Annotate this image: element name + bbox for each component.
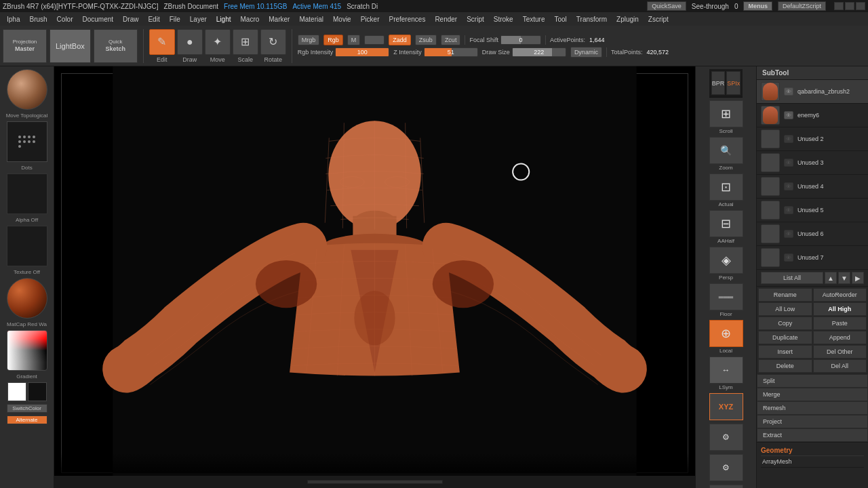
menu-draw[interactable]: Draw	[119, 14, 142, 24]
timeline-bar[interactable]	[307, 480, 443, 484]
menu-texture[interactable]: Texture	[519, 14, 549, 24]
menu-brush[interactable]: Brush	[25, 14, 51, 24]
all-high-button[interactable]: All High	[813, 302, 867, 316]
color-swatch-small[interactable]	[364, 35, 384, 45]
zadd-toggle[interactable]: Zadd	[389, 35, 411, 45]
subtool-eye-u3[interactable]: 👁	[784, 159, 793, 167]
menu-stroke[interactable]: Stroke	[490, 14, 517, 24]
draw-button[interactable]: ●	[177, 29, 203, 55]
window-close[interactable]	[856, 2, 865, 10]
projection-master-button[interactable]: Projection Master	[3, 29, 47, 63]
black-swatch[interactable]	[28, 382, 47, 401]
rgb-intensity-slider[interactable]: 100	[335, 47, 389, 57]
scroll-button[interactable]: ⊞ Scroll	[703, 100, 750, 134]
persp-button[interactable]: ◈ Persp	[703, 247, 750, 281]
m-toggle[interactable]: M	[347, 35, 361, 45]
menu-tool[interactable]: Tool	[550, 14, 570, 24]
paste-button[interactable]: Paste	[813, 317, 867, 330]
window-control-2[interactable]	[845, 2, 854, 10]
subtool-eye-u4[interactable]: 👁	[784, 182, 793, 190]
draw-size-slider[interactable]: 222	[512, 47, 566, 57]
settings-button-2[interactable]: ⚙	[703, 454, 750, 482]
rename-button[interactable]: Rename	[758, 288, 812, 302]
switch-color-button[interactable]: SwitchColor	[7, 404, 47, 413]
window-control[interactable]	[834, 2, 844, 10]
duplicate-button[interactable]: Duplicate	[758, 331, 812, 344]
menu-marker[interactable]: Marker	[264, 14, 294, 24]
merge-button[interactable]: Merge	[757, 388, 868, 401]
menu-zscript[interactable]: Zscript	[644, 14, 673, 24]
menu-transform[interactable]: Transform	[572, 14, 611, 24]
menus-button[interactable]: Menus	[743, 1, 772, 11]
split-button[interactable]: Split	[757, 374, 868, 388]
subtool-eye-u7[interactable]: 👁	[784, 253, 793, 262]
append-button[interactable]: Append	[813, 331, 867, 344]
actual-button[interactable]: ⊡ Actual	[703, 174, 750, 207]
subtool-item-unused6[interactable]: 👁 Unused 6	[757, 222, 868, 246]
subtool-item-unused4[interactable]: 👁 Unused 4	[757, 175, 868, 199]
menu-color[interactable]: Color	[53, 14, 77, 24]
all-low-button[interactable]: All Low	[758, 302, 812, 316]
menu-picker[interactable]: Picker	[357, 14, 384, 24]
matcap-sphere[interactable]	[7, 278, 47, 319]
insert-button[interactable]: Insert	[758, 345, 812, 359]
xyz-button[interactable]: XYZ	[703, 393, 750, 421]
subtool-item-unused2[interactable]: 👁 Unused 2	[757, 127, 868, 151]
zsub-toggle[interactable]: Zsub	[415, 35, 437, 45]
arrow-up-button[interactable]: ▲	[825, 272, 837, 284]
material-sphere[interactable]	[7, 69, 47, 110]
zcut-toggle[interactable]: Zcut	[441, 35, 461, 45]
quicksave-button[interactable]: QuickSave	[647, 1, 686, 11]
menu-macro[interactable]: Macro	[236, 14, 263, 24]
local-button[interactable]: ⊕ Local	[703, 320, 750, 354]
bpr-button[interactable]: BPR	[711, 71, 726, 95]
menu-file[interactable]: File	[165, 14, 184, 24]
subtool-eye-u5[interactable]: 👁	[784, 206, 793, 214]
copy-button[interactable]: Copy	[758, 317, 812, 330]
rgb-toggle[interactable]: Rgb	[323, 35, 343, 45]
settings-button-1[interactable]: ⚙	[703, 424, 750, 451]
menu-document[interactable]: Document	[79, 14, 118, 24]
lightbox-button[interactable]: LightBox	[50, 29, 91, 63]
default-script-button[interactable]: DefaultZScript	[778, 1, 826, 11]
canvas-area[interactable]	[54, 66, 695, 488]
subtool-item-qabardina[interactable]: 👁 qabardina_zbrush2	[757, 80, 868, 104]
aahalf-button[interactable]: ⊟ AAHalf	[703, 210, 750, 244]
white-swatch[interactable]	[7, 382, 26, 401]
arrow-right-button[interactable]: ▶	[852, 272, 864, 284]
alternate-button[interactable]: Alternate	[7, 415, 47, 424]
subtool-eye-u2[interactable]: 👁	[784, 135, 793, 143]
subtool-item-unused7[interactable]: 👁 Unused 7	[757, 246, 868, 270]
list-all-button[interactable]: List All	[761, 272, 823, 284]
menu-ipha[interactable]: Ipha	[3, 14, 24, 24]
menu-layer[interactable]: Layer	[186, 14, 211, 24]
auto-reorder-button[interactable]: AutoReorder	[813, 288, 867, 302]
scale-button[interactable]: ⊞	[233, 29, 258, 55]
subtool-item-unused5[interactable]: 👁 Unused 5	[757, 199, 868, 222]
project-button[interactable]: Project	[757, 415, 868, 428]
menu-render[interactable]: Render	[431, 14, 461, 24]
floor-button[interactable]: ═══ Floor	[703, 283, 750, 317]
dynamic-button[interactable]: Dynamic	[570, 47, 602, 58]
spix-button[interactable]: SPIx	[726, 71, 741, 95]
menu-movie[interactable]: Movie	[329, 14, 355, 24]
menu-edit[interactable]: Edit	[144, 14, 163, 24]
subtool-eye-2[interactable]: 👁	[784, 111, 793, 119]
menu-preferences[interactable]: Preferences	[384, 14, 429, 24]
texture-preview[interactable]	[7, 226, 47, 266]
menu-script[interactable]: Script	[462, 14, 488, 24]
menu-light[interactable]: Light	[212, 14, 235, 24]
extract-button[interactable]: Extract	[757, 428, 868, 442]
move-button[interactable]: ✦	[205, 29, 231, 55]
lsym-button[interactable]: ↔ LSym	[703, 357, 750, 390]
z-intensity-slider[interactable]: 51	[424, 47, 478, 57]
quick-sketch-button[interactable]: Quick Sketch	[94, 29, 138, 63]
rotate-button[interactable]: ↻	[260, 29, 286, 55]
color-picker[interactable]	[7, 330, 47, 371]
delete-button[interactable]: Delete	[758, 359, 812, 373]
subtool-item-unused3[interactable]: 👁 Unused 3	[757, 151, 868, 175]
focal-shift-slider[interactable]: 0	[500, 35, 541, 45]
geometry-header[interactable]: Geometry	[761, 445, 864, 456]
menu-zplugin[interactable]: Zplugin	[612, 14, 643, 24]
edit-button[interactable]: ✎	[149, 29, 175, 55]
